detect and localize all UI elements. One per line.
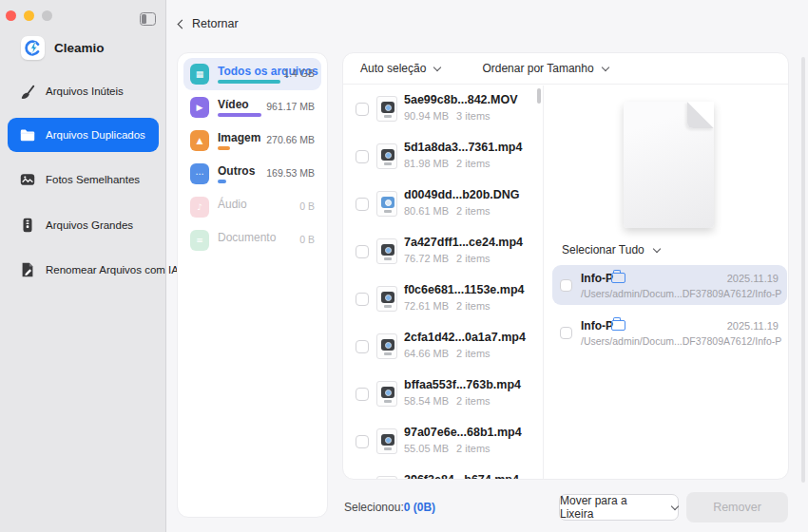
duplicate-location-row[interactable]: Info-P 2025.11.19 /Users/admin/Docum...D… <box>552 265 787 305</box>
duplicate-checkbox[interactable] <box>560 279 572 292</box>
auto-select-dropdown[interactable]: Auto seleção <box>360 62 440 75</box>
category-size: 169.53 MB <box>266 167 315 179</box>
file-list-scrollbar[interactable] <box>537 88 541 104</box>
zoom-window-button[interactable] <box>42 10 52 21</box>
file-checkbox[interactable] <box>356 388 369 401</box>
sidebar-item-label: Renomear Arquivos com IA <box>46 264 179 276</box>
app-name: Cleamio <box>54 41 105 55</box>
video-category-icon: ▶ <box>190 97 209 118</box>
file-text: 7a427dff1...ce24.mp4 76.72 MB2 items <box>404 236 539 264</box>
file-checkbox[interactable] <box>356 198 369 211</box>
camera-glyph <box>381 244 394 256</box>
chevron-left-icon <box>178 19 187 28</box>
category-video[interactable]: ▶ Vídeo 961.17 MB <box>183 91 321 124</box>
file-meta: 72.61 MB2 items <box>404 300 539 312</box>
file-name: 5ae99c8b...842.MOV <box>404 93 539 106</box>
category-outros[interactable]: ⋯ Outros 169.53 MB <box>183 158 321 190</box>
category-size-bar <box>218 146 230 150</box>
back-button[interactable]: Retornar <box>179 17 239 30</box>
file-checkbox[interactable] <box>356 340 369 353</box>
folder-icon[interactable] <box>611 273 625 283</box>
file-row[interactable]: d0049dd...b20b.DNG 80.61 MB2 items <box>343 180 543 228</box>
auto-select-label: Auto seleção <box>360 62 426 75</box>
minimize-window-button[interactable] <box>24 10 34 21</box>
window-scrollbar[interactable] <box>801 57 805 483</box>
sort-dropdown[interactable]: Ordenar por Tamanho <box>482 62 607 75</box>
selection-label: Selecionou: <box>344 501 404 514</box>
file-size: 64.66 MB <box>404 348 449 359</box>
sidebar-item-label: Fotos Semelhantes <box>46 174 140 185</box>
document-category-icon: ≡ <box>190 230 209 251</box>
file-checkbox[interactable] <box>356 103 369 116</box>
camera-glyph <box>381 197 394 208</box>
video-file-icon <box>376 381 397 407</box>
category-size: 961.17 MB <box>266 101 315 112</box>
rename-ai-icon <box>18 260 37 279</box>
file-text: bffaa553f...763b.mp4 58.54 MB2 items <box>404 378 539 407</box>
broom-icon <box>18 82 37 101</box>
selection-value: 0 (0B) <box>404 501 435 514</box>
file-name: 2cfa1d42...0a1a7.mp4 <box>404 331 539 344</box>
file-text: 5d1a8da3...7361.mp4 81.98 MB2 items <box>404 141 539 169</box>
file-row[interactable]: 5ae99c8b...842.MOV 90.94 MB3 items <box>343 86 543 133</box>
file-row[interactable]: 7a427dff1...ce24.mp4 76.72 MB2 items <box>343 228 543 276</box>
chevron-down-icon <box>433 63 441 70</box>
file-row[interactable]: 296f3e84...b674.mp4 <box>343 466 543 479</box>
sidebar-item-arquivos-grandes[interactable]: Arquivos Grandes <box>8 208 159 242</box>
file-text: 97a07e6e...68b1.mp4 55.05 MB2 items <box>404 426 539 454</box>
video-file-icon <box>376 238 397 264</box>
category-label: Vídeo <box>218 98 249 111</box>
file-checkbox[interactable] <box>356 293 369 306</box>
file-meta: 64.66 MB2 items <box>404 348 539 359</box>
video-file-icon <box>376 333 397 359</box>
app-logo-icon <box>21 36 45 60</box>
duplicates-main-panel: Auto seleção Ordenar por Tamanho 5ae99c8… <box>342 52 789 480</box>
sidebar-item-arquivos-inuteis[interactable]: Arquivos Inúteis <box>8 74 159 108</box>
camera-glyph <box>381 292 394 303</box>
file-meta: 76.72 MB2 items <box>404 253 539 264</box>
chevron-down-icon <box>671 502 679 509</box>
category-todos-os-arquivos[interactable]: ▦ Todos os arquivos 1.4 GB <box>183 58 321 90</box>
file-row[interactable]: bffaa553f...763b.mp4 58.54 MB2 items <box>343 370 543 418</box>
file-size: 81.98 MB <box>404 158 449 169</box>
file-row[interactable]: 2cfa1d42...0a1a7.mp4 64.66 MB2 items <box>343 323 543 370</box>
sort-label: Ordenar por Tamanho <box>482 62 593 75</box>
category-imagem[interactable]: ▲ Imagem 270.66 MB <box>183 124 321 157</box>
category-audio[interactable]: ♪ Áudio 0 B <box>183 191 321 223</box>
category-label: Áudio <box>218 198 247 211</box>
category-size-bar <box>218 113 261 117</box>
file-size: 76.72 MB <box>404 253 449 264</box>
sidebar-item-fotos-semelhantes[interactable]: Fotos Semelhantes <box>8 162 159 197</box>
select-all-label: Selecionar Tudo <box>562 243 644 256</box>
folder-icon[interactable] <box>611 320 625 331</box>
large-files-icon <box>18 216 37 235</box>
select-all-dropdown[interactable]: Selecionar Tudo <box>562 243 660 256</box>
back-button-label: Retornar <box>192 17 239 30</box>
category-documento[interactable]: ≡ Documento 0 B <box>183 224 321 256</box>
move-to-trash-dropdown[interactable]: Mover para a Lixeira <box>559 494 679 521</box>
video-file-icon <box>376 191 397 217</box>
file-text: 296f3e84...b674.mp4 <box>404 473 539 479</box>
sidebar-item-arquivos-duplicados[interactable]: Arquivos Duplicados <box>8 118 159 152</box>
file-items-count: 2 items <box>456 158 490 169</box>
file-checkbox[interactable] <box>356 245 369 258</box>
camera-glyph <box>381 434 394 446</box>
file-row[interactable]: f0c6e681...1153e.mp4 72.61 MB2 items <box>343 276 543 323</box>
image-category-icon: ▲ <box>190 130 209 151</box>
duplicate-checkbox[interactable] <box>560 327 572 339</box>
category-size: 0 B <box>299 200 315 212</box>
duplicate-location-row[interactable]: Info-P 2025.11.19 /Users/admin/Docum...D… <box>552 313 787 352</box>
file-checkbox[interactable] <box>356 435 369 448</box>
file-size: 72.61 MB <box>404 300 449 312</box>
duplicate-name: Info-P <box>581 319 613 332</box>
duplicate-path: /Users/admin/Docum...DF37809A7612/Info-P <box>581 288 781 299</box>
file-checkbox[interactable] <box>356 150 369 163</box>
close-window-button[interactable] <box>6 10 16 21</box>
file-row[interactable]: 5d1a8da3...7361.mp4 81.98 MB2 items <box>343 133 543 180</box>
video-file-icon <box>376 96 397 122</box>
sidebar-toggle-icon[interactable] <box>140 12 156 26</box>
sidebar-item-renomear-arquivos-ia[interactable]: Renomear Arquivos com IA <box>8 253 159 287</box>
category-size-bar <box>218 180 226 183</box>
remove-button[interactable]: Remover <box>686 492 788 522</box>
file-row[interactable]: 97a07e6e...68b1.mp4 55.05 MB2 items <box>343 418 543 466</box>
